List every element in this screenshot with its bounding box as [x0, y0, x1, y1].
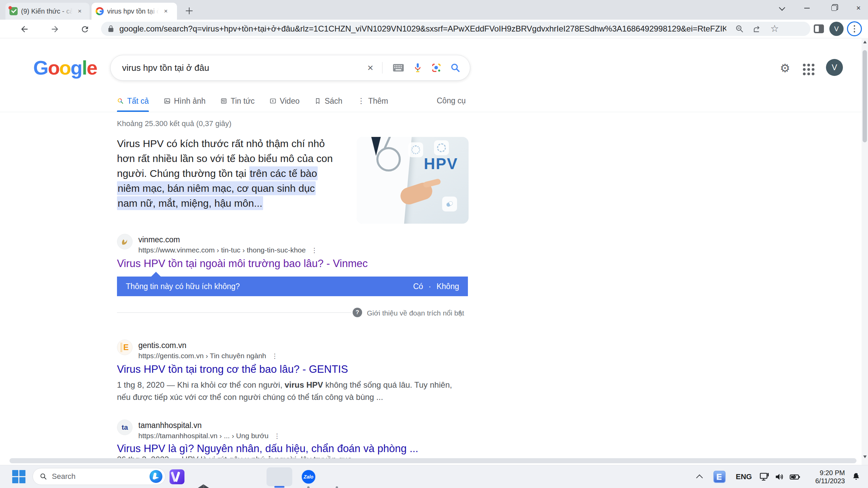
- new-tab-button[interactable]: [183, 5, 195, 17]
- result-domain[interactable]: tamanhhospital.vn: [138, 421, 202, 430]
- result-favicon[interactable]: E: [117, 340, 133, 355]
- close-tab-icon[interactable]: ×: [75, 7, 84, 16]
- feedback-bar: Thông tin này có hữu ích không? Có · Khô…: [117, 277, 468, 296]
- keyboard-icon[interactable]: [393, 63, 404, 72]
- clock-date[interactable]: 9:20 PM6/11/2023: [812, 465, 845, 488]
- battery-icon[interactable]: [789, 465, 801, 488]
- taskbar-search-box[interactable]: Search: [33, 468, 165, 485]
- scroll-up-arrow[interactable]: [863, 41, 867, 43]
- forward-button[interactable]: [50, 24, 60, 35]
- more-options-icon[interactable]: ⋮: [274, 433, 280, 439]
- lol-running-dot: [336, 486, 338, 488]
- zoom-out-icon[interactable]: [735, 24, 744, 33]
- horizontal-scrollbar-thumb[interactable]: [9, 458, 856, 463]
- hpv-image-text: HPV: [424, 155, 458, 173]
- close-tab-icon[interactable]: ×: [161, 7, 170, 16]
- result-title-vinmec[interactable]: Virus HPV tồn tại ngoài môi trường bao l…: [117, 258, 368, 270]
- tab-images[interactable]: Hình ảnh: [164, 97, 205, 106]
- result-title-gentis[interactable]: Virus HPV tồn tại trong cơ thể bao lâu? …: [117, 363, 348, 375]
- source-breadcrumb[interactable]: https://www.vinmec.com › tin-tuc › thong…: [138, 246, 318, 254]
- tab-news[interactable]: Tin tức: [220, 97, 255, 106]
- clear-icon[interactable]: ×: [367, 62, 373, 74]
- tab-search-chevron-icon[interactable]: [772, 1, 791, 16]
- address-bar[interactable]: google.com/search?q=virus+hpv+tồn+tại+ở+…: [101, 22, 810, 36]
- tools-button[interactable]: Công cụ: [437, 96, 466, 105]
- result-breadcrumb[interactable]: https://tamanhhospital.vn › ... › Ung bư…: [138, 432, 280, 440]
- feedback-separator: ·: [429, 282, 431, 291]
- windows-taskbar: Search Zalo ENG 9:20 PM6/11/2023 z: [0, 465, 868, 488]
- tab-videos[interactable]: Video: [270, 97, 299, 106]
- browser-tab-active[interactable]: virus hpv tồn tại ở đâu - Tìm trên ×: [92, 3, 177, 20]
- reload-button[interactable]: [79, 24, 90, 35]
- result-snippet-line: 1 thg 8, 2020 — Khi ra khỏi cơ thể con n…: [117, 379, 452, 391]
- featured-snippet-line: hơn rất nhiều lần so với tế bào biểu mô …: [117, 151, 333, 166]
- tray-time: 9:20 PM: [815, 469, 845, 477]
- app-icon-zalo[interactable]: Zalo: [301, 469, 316, 484]
- maximize-restore-button[interactable]: [825, 1, 844, 16]
- google-apps-grid-icon[interactable]: [803, 64, 814, 75]
- desktop-screen: (9) Kiến thức - cảnh báo vài em p × viru…: [0, 0, 868, 488]
- result-domain[interactable]: gentis.com.vn: [138, 341, 186, 350]
- tab-more[interactable]: ⋮ Thêm: [357, 97, 388, 106]
- language-indicator[interactable]: ENG: [736, 465, 752, 488]
- feedback-yes-button[interactable]: Có: [413, 282, 423, 291]
- start-button[interactable]: [12, 470, 26, 484]
- lens-icon[interactable]: [431, 63, 441, 73]
- divider: [382, 62, 382, 74]
- feedback-arrow: [151, 272, 161, 277]
- search-query[interactable]: virus hpv tồn tại ở đâu: [122, 63, 358, 73]
- bing-chat-icon[interactable]: [150, 470, 162, 483]
- featured-snippet-line: Virus HPV có kích thước rất nhỏ thậm chí…: [117, 136, 325, 151]
- image-icon: [164, 98, 171, 104]
- bookmark-star-icon[interactable]: ☆: [770, 24, 779, 34]
- tray-evkey-icon[interactable]: [713, 465, 726, 488]
- vertical-scrollbar-thumb[interactable]: [863, 50, 867, 142]
- mic-icon[interactable]: [413, 63, 422, 73]
- feedback-dot-icon[interactable]: [458, 311, 461, 313]
- scroll-down-arrow[interactable]: [863, 455, 867, 458]
- about-featured-snippet-link[interactable]: Giới thiệu về đoạn trích nổi bật: [367, 309, 464, 317]
- browser-menu-button[interactable]: [847, 21, 862, 36]
- source-domain[interactable]: vinmec.com: [138, 235, 180, 244]
- settings-gear-icon[interactable]: ⚙: [780, 62, 790, 74]
- search-icon[interactable]: [450, 63, 460, 73]
- source-favicon[interactable]: [117, 234, 133, 249]
- google-account-avatar[interactable]: V: [826, 59, 843, 76]
- feedback-no-button[interactable]: Không: [436, 282, 459, 291]
- result-favicon[interactable]: ta: [117, 420, 133, 435]
- browser-tab-inactive[interactable]: (9) Kiến thức - cảnh báo vài em p ×: [5, 3, 90, 20]
- more-options-icon[interactable]: ⋮: [272, 353, 278, 359]
- volume-icon[interactable]: [774, 465, 785, 488]
- back-button[interactable]: [19, 24, 30, 35]
- google-logo[interactable]: Google: [33, 56, 97, 79]
- browser-toolbar: google.com/search?q=virus+hpv+tồn+tại+ở+…: [0, 20, 868, 38]
- divider: [117, 312, 351, 313]
- share-icon[interactable]: [753, 24, 762, 33]
- close-window-button[interactable]: ×: [849, 1, 868, 16]
- zalo-running-dot: [307, 486, 310, 488]
- app-icon-m365[interactable]: [170, 469, 184, 484]
- result-title-tamanh[interactable]: Virus HPV là gì? Nguyên nhân, dấu hiệu, …: [117, 443, 418, 455]
- featured-snippet-image[interactable]: HPV: [357, 137, 469, 224]
- news-icon: [220, 98, 227, 104]
- result-breadcrumb[interactable]: https://gentis.com.vn › Tin chuyên ngành…: [138, 352, 278, 360]
- search-box[interactable]: virus hpv tồn tại ở đâu ×: [110, 55, 470, 81]
- featured-snippet-line: nam nữ, mắt, miệng, hậu môn...: [117, 196, 263, 211]
- help-icon[interactable]: ?: [353, 308, 362, 317]
- url-text[interactable]: google.com/search?q=virus+hpv+tồn+tại+ở+…: [119, 24, 726, 34]
- featured-snippet-line: niêm mạc, bán niêm mạc, cơ quan sinh dục: [117, 181, 316, 196]
- tamanh-favicon-letters: ta: [122, 423, 128, 431]
- minimize-button[interactable]: [797, 1, 816, 16]
- browser-profile-avatar[interactable]: V: [829, 22, 844, 36]
- search-mini-icon: [117, 98, 124, 104]
- stethoscope-graphic: [376, 147, 401, 171]
- app-icon-obsidian[interactable]: [196, 484, 211, 488]
- notification-bell-icon[interactable]: z: [851, 465, 861, 488]
- svg-text:z: z: [857, 472, 859, 476]
- side-panel-button[interactable]: [814, 24, 824, 33]
- tab-all[interactable]: Tất cả: [117, 97, 149, 106]
- tray-chevron-up-icon[interactable]: [697, 465, 702, 488]
- pen-display-icon[interactable]: [760, 465, 770, 488]
- more-options-icon[interactable]: ⋮: [311, 247, 318, 253]
- tab-books[interactable]: Sách: [314, 97, 342, 106]
